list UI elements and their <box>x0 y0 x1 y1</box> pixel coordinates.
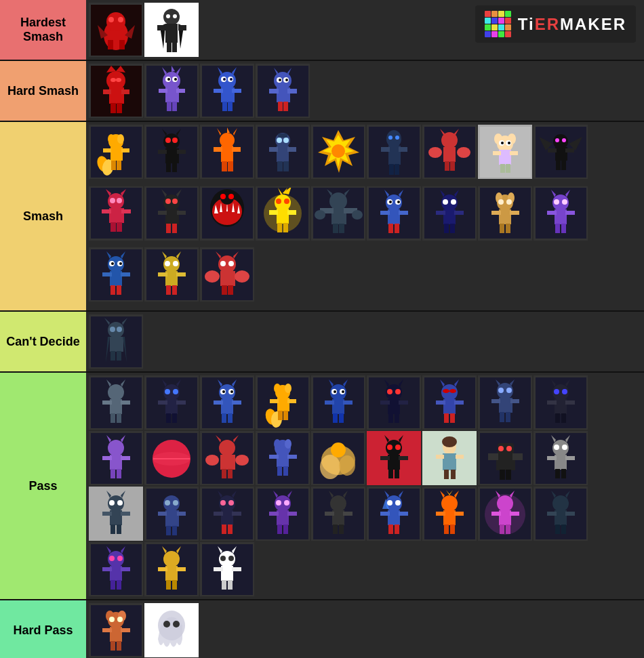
list-item <box>200 375 254 430</box>
svg-rect-532 <box>343 512 353 516</box>
svg-rect-581 <box>102 567 112 571</box>
svg-point-616 <box>109 617 115 622</box>
svg-point-112 <box>283 138 289 143</box>
svg-point-605 <box>220 556 226 561</box>
tier-content-pass <box>86 373 644 599</box>
svg-rect-50 <box>214 89 223 93</box>
svg-rect-490 <box>121 512 130 516</box>
svg-rect-358 <box>343 400 353 405</box>
svg-rect-371 <box>399 400 408 405</box>
svg-rect-290 <box>220 271 235 286</box>
svg-rect-460 <box>456 455 464 459</box>
list-item <box>478 431 532 485</box>
svg-rect-437 <box>287 455 297 459</box>
svg-rect-575 <box>561 525 566 534</box>
svg-rect-246 <box>510 211 519 215</box>
tier-label-pass: Pass <box>0 373 86 599</box>
svg-point-434 <box>285 439 291 449</box>
svg-rect-108 <box>287 147 296 152</box>
svg-point-471 <box>498 446 504 451</box>
svg-rect-198 <box>277 209 289 224</box>
list-item <box>367 487 421 541</box>
svg-point-238 <box>443 199 448 205</box>
list-item <box>256 375 310 430</box>
svg-point-124 <box>388 136 393 140</box>
svg-rect-199 <box>269 210 278 215</box>
svg-rect-334 <box>232 400 241 405</box>
svg-point-59 <box>274 72 291 89</box>
svg-rect-105 <box>278 133 287 138</box>
svg-rect-88 <box>177 150 186 154</box>
svg-rect-323 <box>176 400 186 405</box>
svg-rect-16 <box>167 43 172 52</box>
svg-rect-305 <box>117 351 121 361</box>
list-item <box>478 375 532 430</box>
svg-rect-466 <box>496 455 515 470</box>
svg-rect-540 <box>380 512 390 516</box>
svg-point-494 <box>117 500 123 506</box>
svg-rect-614 <box>110 641 115 651</box>
svg-rect-224 <box>395 224 399 233</box>
svg-rect-583 <box>110 580 115 590</box>
svg-rect-80 <box>111 161 116 170</box>
svg-rect-501 <box>172 526 177 535</box>
svg-point-483 <box>562 445 567 450</box>
svg-rect-283 <box>172 285 177 295</box>
svg-point-309 <box>108 384 124 400</box>
svg-rect-76 <box>103 148 111 152</box>
list-item <box>200 64 254 118</box>
svg-rect-553 <box>454 512 464 516</box>
svg-rect-167 <box>117 222 122 232</box>
svg-rect-65 <box>278 102 283 111</box>
svg-rect-26 <box>121 89 129 94</box>
list-item <box>478 186 532 241</box>
svg-point-213 <box>352 210 363 220</box>
svg-rect-164 <box>102 209 111 213</box>
list-item <box>200 542 254 596</box>
list-item <box>144 487 199 541</box>
svg-rect-523 <box>283 525 288 534</box>
svg-point-296 <box>228 261 234 266</box>
svg-rect-98 <box>221 146 233 162</box>
svg-rect-350 <box>278 411 283 420</box>
svg-point-212 <box>315 210 325 220</box>
svg-rect-324 <box>166 413 171 423</box>
svg-rect-293 <box>222 285 227 295</box>
svg-point-463 <box>442 436 457 447</box>
svg-rect-613 <box>121 628 130 632</box>
svg-rect-17 <box>172 43 177 52</box>
svg-rect-461 <box>444 470 449 479</box>
svg-rect-123 <box>395 164 399 175</box>
svg-rect-426 <box>220 455 235 470</box>
svg-rect-51 <box>232 89 241 93</box>
svg-rect-335 <box>222 413 226 423</box>
svg-rect-381 <box>436 400 445 405</box>
svg-rect-143 <box>506 164 510 173</box>
svg-point-455 <box>395 445 401 450</box>
svg-point-18 <box>166 14 170 18</box>
svg-rect-40 <box>172 102 177 111</box>
svg-rect-222 <box>399 211 408 215</box>
svg-rect-392 <box>491 399 500 403</box>
svg-rect-200 <box>287 210 296 215</box>
list-item <box>311 125 365 179</box>
svg-rect-512 <box>228 525 233 534</box>
svg-rect-417 <box>117 469 121 478</box>
svg-point-588 <box>163 551 180 567</box>
svg-point-525 <box>284 500 289 506</box>
svg-rect-281 <box>176 272 186 276</box>
list-item <box>89 603 143 657</box>
svg-rect-109 <box>277 161 283 171</box>
svg-point-260 <box>554 199 559 205</box>
tier-row-cant-decide: Can't Decide <box>0 312 644 373</box>
svg-rect-257 <box>565 211 575 215</box>
svg-point-546 <box>395 500 401 506</box>
svg-rect-234 <box>436 211 445 215</box>
svg-rect-572 <box>547 512 557 516</box>
svg-point-444 <box>331 443 346 457</box>
list-item <box>144 186 199 241</box>
svg-point-428 <box>235 455 249 466</box>
svg-rect-110 <box>283 161 289 171</box>
svg-rect-491 <box>110 525 115 534</box>
svg-rect-322 <box>158 400 167 405</box>
